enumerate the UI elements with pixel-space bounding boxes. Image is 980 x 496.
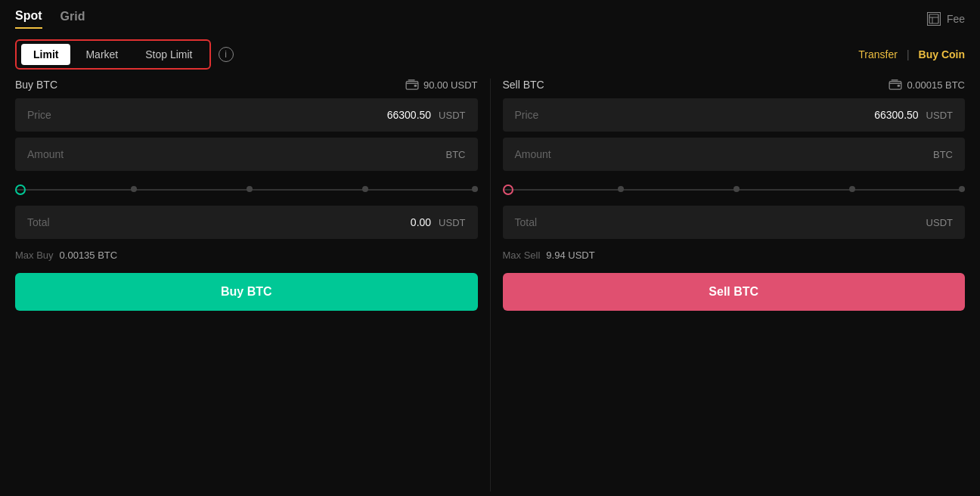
order-type-market[interactable]: Market bbox=[73, 44, 130, 65]
buy-slider-dot-50 bbox=[247, 186, 253, 192]
sell-max-value: 9.94 USDT bbox=[546, 250, 594, 261]
trading-panels: Buy BTC 90.00 USDT Price 66300.50 USDT bbox=[0, 79, 980, 491]
buy-btc-button[interactable]: Buy BTC bbox=[15, 273, 478, 311]
tab-spot[interactable]: Spot bbox=[15, 9, 42, 29]
sell-slider-thumb[interactable] bbox=[503, 184, 513, 195]
sell-panel-header: Sell BTC 0.00015 BTC bbox=[503, 79, 966, 91]
svg-rect-6 bbox=[898, 85, 901, 87]
buy-max-info: Max Buy 0.00135 BTC bbox=[15, 250, 478, 261]
buy-max-label: Max Buy bbox=[15, 250, 54, 261]
buy-amount-field[interactable]: Amount BTC bbox=[15, 138, 478, 171]
fee-label: Fee bbox=[947, 13, 965, 25]
sell-total-field[interactable]: Total USDT bbox=[503, 206, 966, 239]
wallet-icon-sell bbox=[889, 79, 902, 90]
buy-amount-value-group: BTC bbox=[446, 149, 466, 160]
svg-rect-0 bbox=[929, 14, 938, 23]
wallet-icon-buy bbox=[405, 79, 419, 90]
buy-panel-header: Buy BTC 90.00 USDT bbox=[15, 79, 478, 91]
sell-amount-label: Amount bbox=[515, 148, 551, 160]
top-bar: Spot Grid Fee bbox=[0, 0, 980, 29]
buy-price-currency: USDT bbox=[439, 110, 465, 121]
buy-slider-thumb[interactable] bbox=[15, 184, 26, 195]
order-type-bar: Limit Market Stop Limit i Transfer | Buy… bbox=[0, 29, 980, 79]
sell-balance-info: 0.00015 BTC bbox=[889, 79, 965, 91]
sell-amount-field[interactable]: Amount BTC bbox=[503, 138, 966, 171]
buy-price-value: 66300.50 bbox=[387, 109, 431, 121]
tab-grid[interactable]: Grid bbox=[60, 10, 85, 28]
sell-panel-title: Sell BTC bbox=[503, 79, 544, 91]
sell-price-currency: USDT bbox=[926, 110, 953, 121]
buy-total-label: Total bbox=[27, 216, 50, 228]
sell-total-currency: USDT bbox=[926, 217, 953, 228]
buy-panel: Buy BTC 90.00 USDT Price 66300.50 USDT bbox=[15, 79, 490, 491]
header-right-actions: Transfer | Buy Coin bbox=[858, 48, 965, 60]
sell-total-label: Total bbox=[515, 216, 538, 228]
buy-price-field[interactable]: Price 66300.50 USDT bbox=[15, 98, 478, 132]
buy-balance-info: 90.00 USDT bbox=[405, 79, 478, 91]
sell-slider-dot-25 bbox=[618, 186, 624, 192]
buy-price-label: Price bbox=[27, 109, 51, 121]
buy-slider-track bbox=[15, 189, 478, 191]
svg-rect-4 bbox=[414, 85, 417, 87]
info-icon[interactable]: i bbox=[219, 47, 234, 62]
sell-max-info: Max Sell 9.94 USDT bbox=[503, 250, 966, 261]
order-type-group: Limit Market Stop Limit bbox=[15, 39, 211, 70]
buy-total-currency: USDT bbox=[439, 217, 465, 228]
buy-slider-dot-75 bbox=[362, 186, 368, 192]
buy-amount-currency: BTC bbox=[446, 149, 466, 160]
order-type-stop-limit[interactable]: Stop Limit bbox=[133, 44, 204, 65]
sell-amount-value-group: BTC bbox=[933, 149, 953, 160]
sell-price-label: Price bbox=[515, 109, 539, 121]
order-type-limit[interactable]: Limit bbox=[21, 44, 70, 65]
sell-price-value: 66300.50 bbox=[874, 109, 918, 121]
sell-slider-dot-50 bbox=[733, 186, 740, 192]
buy-total-value: 0.00 bbox=[411, 216, 431, 228]
sell-slider-track bbox=[503, 189, 966, 191]
sell-price-field[interactable]: Price 66300.50 USDT bbox=[503, 98, 966, 132]
buy-slider-container[interactable] bbox=[15, 177, 478, 206]
sell-panel: Sell BTC 0.00015 BTC Price 66300.50 USDT bbox=[491, 79, 966, 491]
action-divider: | bbox=[907, 48, 910, 60]
sell-slider-dot-75 bbox=[849, 186, 855, 192]
top-tabs: Spot Grid bbox=[15, 9, 85, 29]
buy-price-value-group: 66300.50 USDT bbox=[387, 109, 466, 121]
sell-slider-container[interactable] bbox=[503, 177, 966, 206]
buy-total-value-group: 0.00 USDT bbox=[411, 216, 466, 228]
sell-amount-currency: BTC bbox=[933, 149, 953, 160]
sell-price-value-group: 66300.50 USDT bbox=[874, 109, 953, 121]
fee-icon bbox=[927, 12, 941, 26]
sell-slider-dot-100 bbox=[959, 186, 965, 192]
buy-total-field[interactable]: Total 0.00 USDT bbox=[15, 206, 478, 239]
buy-coin-link[interactable]: Buy Coin bbox=[919, 48, 965, 60]
sell-max-label: Max Sell bbox=[503, 250, 541, 261]
sell-btc-button[interactable]: Sell BTC bbox=[503, 273, 966, 311]
buy-balance-value: 90.00 USDT bbox=[423, 79, 478, 91]
top-right-actions: Fee bbox=[927, 12, 965, 26]
buy-slider-dot-25 bbox=[131, 186, 137, 192]
buy-amount-label: Amount bbox=[27, 148, 64, 160]
buy-max-value: 0.00135 BTC bbox=[60, 250, 118, 261]
transfer-link[interactable]: Transfer bbox=[858, 48, 898, 60]
sell-balance-value: 0.00015 BTC bbox=[907, 79, 965, 91]
buy-slider-dot-100 bbox=[472, 186, 478, 192]
buy-panel-title: Buy BTC bbox=[15, 79, 57, 91]
sell-total-value-group: USDT bbox=[926, 217, 953, 228]
